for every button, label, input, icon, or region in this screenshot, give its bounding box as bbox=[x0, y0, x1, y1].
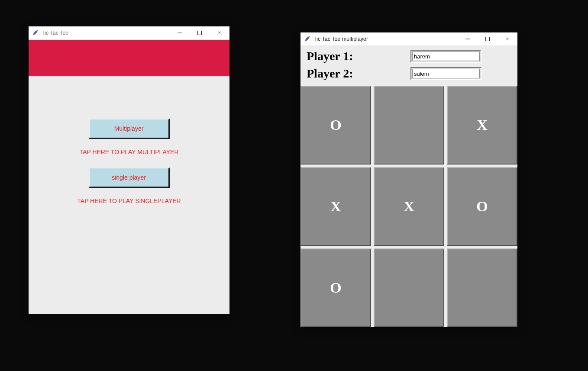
multiplayer-caption: TAP HERE TO PLAY MULTIPLAYER bbox=[79, 148, 178, 155]
tk-feather-icon bbox=[304, 35, 311, 42]
board-cell-0[interactable]: O bbox=[300, 86, 371, 165]
player1-row: Player 1: bbox=[307, 48, 514, 65]
player1-label: Player 1: bbox=[307, 49, 410, 63]
multiplayer-button-label: Multiplayer bbox=[114, 125, 144, 132]
menu-area: Multiplayer TAP HERE TO PLAY MULTIPLAYER… bbox=[29, 76, 229, 314]
board-cell-7[interactable] bbox=[374, 248, 444, 327]
header-band bbox=[29, 40, 229, 76]
menu-window-titlebar[interactable]: Tic Tac Toe bbox=[29, 26, 229, 40]
multiplayer-button[interactable]: Multiplayer bbox=[89, 119, 170, 139]
player2-row: Player 2: bbox=[307, 65, 514, 82]
minimize-button[interactable] bbox=[170, 26, 190, 39]
player1-input[interactable] bbox=[412, 52, 480, 61]
maximize-button[interactable] bbox=[190, 26, 210, 39]
board-cell-3[interactable]: X bbox=[300, 167, 371, 246]
singleplayer-button[interactable]: single player bbox=[89, 168, 170, 188]
game-window: Tic Tac Toe multiplayer Player 1: Player… bbox=[300, 32, 517, 327]
menu-window: Tic Tac Toe Multiplayer TAP HERE TO PLAY… bbox=[29, 26, 229, 314]
board-cell-1[interactable] bbox=[374, 86, 444, 165]
singleplayer-caption: TAP HERE TO PLAY SINGLEPLAYER bbox=[77, 197, 181, 204]
player-inputs-panel: Player 1: Player 2: bbox=[300, 46, 517, 86]
singleplayer-button-label: single player bbox=[112, 174, 146, 181]
tk-feather-icon bbox=[32, 29, 39, 36]
minimize-button[interactable] bbox=[458, 32, 478, 45]
player2-input[interactable] bbox=[412, 69, 480, 78]
player2-label: Player 2: bbox=[307, 67, 410, 81]
svg-rect-5 bbox=[486, 37, 490, 41]
game-board: O X X X O O bbox=[300, 86, 517, 327]
game-window-title: Tic Tac Toe multiplayer bbox=[313, 36, 368, 42]
board-cell-5[interactable]: O bbox=[447, 167, 517, 246]
board-cell-2[interactable]: X bbox=[447, 86, 517, 165]
board-cell-4[interactable]: X bbox=[374, 167, 444, 246]
menu-window-title: Tic Tac Toe bbox=[42, 30, 68, 36]
player2-input-frame bbox=[410, 67, 481, 80]
close-button[interactable] bbox=[498, 32, 517, 45]
svg-rect-1 bbox=[198, 31, 202, 35]
game-window-body: Player 1: Player 2: O X X X O O bbox=[300, 46, 517, 327]
maximize-button[interactable] bbox=[478, 32, 498, 45]
player1-input-frame bbox=[410, 50, 481, 63]
game-window-titlebar[interactable]: Tic Tac Toe multiplayer bbox=[300, 32, 517, 46]
board-cell-6[interactable]: O bbox=[300, 248, 371, 327]
menu-window-body: Multiplayer TAP HERE TO PLAY MULTIPLAYER… bbox=[29, 40, 229, 314]
close-button[interactable] bbox=[210, 26, 229, 39]
board-cell-8[interactable] bbox=[447, 248, 517, 327]
